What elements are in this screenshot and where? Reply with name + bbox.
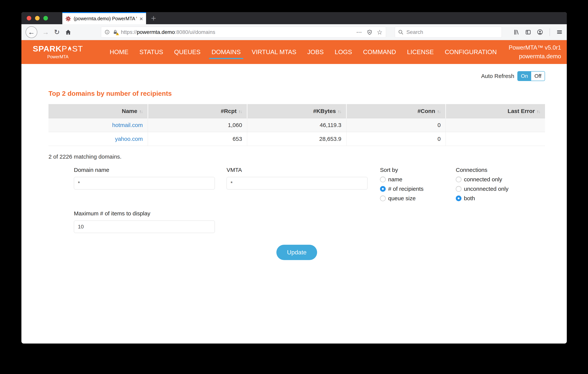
connections-option-connected[interactable]: connected only xyxy=(456,176,535,183)
connections-group: Connections connected only unconnected o… xyxy=(456,167,535,202)
sidebar-button[interactable] xyxy=(525,29,531,35)
browser-window: (powermta.demo) PowerMTA W × + ← → ↻ xyxy=(21,12,567,344)
page-info-icon[interactable] xyxy=(105,30,110,35)
connections-option-unconnected[interactable]: unconnected only xyxy=(456,186,535,192)
server-info: PowerMTA™ v5.0r1 powermta.demo xyxy=(509,43,561,61)
back-button[interactable]: ← xyxy=(26,26,37,38)
kbytes-value: 28,653.9 xyxy=(247,132,346,146)
sort-desc-icon: ↓ xyxy=(538,109,540,114)
nav-item-status[interactable]: STATUS xyxy=(134,45,168,59)
logo-text-spark: SPARK xyxy=(33,45,62,53)
reload-button[interactable]: ↻ xyxy=(54,28,60,36)
domain-link[interactable]: yahoo.com xyxy=(115,136,143,142)
radio-icon[interactable] xyxy=(456,177,462,182)
tab-close-icon[interactable]: × xyxy=(139,16,143,22)
domain-link[interactable]: hotmail.com xyxy=(112,122,143,128)
last-error-value xyxy=(446,132,545,146)
nav-item-domains[interactable]: DOMAINS xyxy=(206,45,246,59)
page-actions-icon[interactable]: ⋯ xyxy=(356,29,362,35)
sort-asc-icon: ↑ xyxy=(537,109,538,114)
domains-table: Name↑↓ #Rcpt↑↓ #KBytes↑↓ #Conn↑↓ Last Er… xyxy=(49,104,545,146)
sort-asc-icon: ↑ xyxy=(139,109,141,114)
radio-icon[interactable] xyxy=(380,195,386,201)
minimize-window-button[interactable] xyxy=(35,16,40,20)
auto-refresh-on-button[interactable]: On xyxy=(518,71,531,81)
insecure-warning-icon xyxy=(116,32,119,35)
sort-asc-icon: ↑ xyxy=(338,109,339,114)
max-items-input[interactable] xyxy=(74,221,215,233)
nav-item-license[interactable]: LICENSE xyxy=(402,45,439,59)
auto-refresh-label: Auto Refresh xyxy=(481,73,514,79)
flame-icon xyxy=(67,45,72,53)
new-tab-button[interactable]: + xyxy=(151,13,156,23)
url-bar[interactable]: https://powermta.demo:8080/ui/domains ⋯ … xyxy=(101,27,386,38)
nav-item-jobs[interactable]: JOBS xyxy=(302,45,329,59)
radio-icon[interactable] xyxy=(380,177,386,182)
vmta-label: VMTA xyxy=(227,167,368,173)
logo-subtitle: PowerMTA xyxy=(47,54,68,60)
last-error-value xyxy=(446,118,545,132)
nav-item-home[interactable]: HOME xyxy=(104,45,134,59)
column-header-name[interactable]: Name↑↓ xyxy=(49,104,148,118)
radio-icon[interactable] xyxy=(456,186,462,192)
tab-title: (powermta.demo) PowerMTA W xyxy=(74,16,137,21)
search-bar[interactable] xyxy=(395,27,502,38)
forward-icon: → xyxy=(42,28,49,36)
max-items-field-group: Maximum # of items to display xyxy=(74,210,215,233)
sort-by-option-name[interactable]: name xyxy=(380,176,446,183)
home-button[interactable] xyxy=(65,29,71,35)
sort-asc-icon: ↑ xyxy=(437,109,439,114)
url-path: :8080/ui/domains xyxy=(175,29,215,35)
connection-security-button[interactable] xyxy=(113,30,118,35)
window-controls xyxy=(21,12,54,24)
browser-toolbar: ← → ↻ xyxy=(21,24,567,40)
close-window-button[interactable] xyxy=(27,16,31,20)
nav-item-configuration[interactable]: CONFIGURATION xyxy=(439,45,502,59)
rcpt-value: 653 xyxy=(148,132,247,146)
forward-button[interactable]: → xyxy=(42,28,49,36)
connections-label: Connections xyxy=(456,167,535,173)
column-header-rcpt[interactable]: #Rcpt↑↓ xyxy=(148,104,247,118)
nav-item-virtual-mtas[interactable]: VIRTUAL MTAS xyxy=(246,45,302,59)
radio-selected-icon[interactable] xyxy=(380,186,386,192)
url-scheme: https:// xyxy=(121,29,137,35)
vmta-input[interactable] xyxy=(227,177,368,190)
nav-item-logs[interactable]: LOGS xyxy=(329,45,358,59)
domain-name-input[interactable] xyxy=(74,177,215,190)
connections-option-both[interactable]: both xyxy=(456,195,535,202)
nav-item-command[interactable]: COMMAND xyxy=(358,45,402,59)
auto-refresh-off-button[interactable]: Off xyxy=(531,71,545,81)
logo-text-st: ST xyxy=(72,45,83,53)
table-row: hotmail.com 1,060 46,119.3 0 xyxy=(49,118,545,132)
browser-tab[interactable]: (powermta.demo) PowerMTA W × xyxy=(62,12,146,24)
sort-by-option-queue-size[interactable]: queue size xyxy=(380,195,446,202)
library-button[interactable] xyxy=(513,29,519,35)
bookmark-star-icon[interactable]: ☆ xyxy=(377,28,382,36)
app-navbar: SPARKPST PowerMTA HOME STATUS QUEUES DOM… xyxy=(21,40,567,64)
conn-value: 0 xyxy=(346,132,446,146)
matching-domains-summary: 2 of 2226 matching domains. xyxy=(49,153,545,160)
column-header-conn[interactable]: #Conn↑↓ xyxy=(346,104,446,118)
page-title: Top 2 domains by number of recipients xyxy=(49,90,545,97)
column-header-kbytes[interactable]: #KBytes↑↓ xyxy=(247,104,346,118)
vmta-field-group: VMTA xyxy=(227,167,368,202)
radio-selected-icon[interactable] xyxy=(456,195,462,201)
url-text[interactable]: https://powermta.demo:8080/ui/domains xyxy=(121,29,215,35)
url-host: powermta.demo xyxy=(137,29,175,35)
column-header-last-error[interactable]: Last Error↑↓ xyxy=(446,104,545,118)
zoom-window-button[interactable] xyxy=(43,16,48,20)
update-button[interactable]: Update xyxy=(276,245,317,260)
account-icon xyxy=(537,29,543,35)
sort-desc-icon: ↓ xyxy=(240,109,242,114)
account-button[interactable] xyxy=(537,29,543,35)
tab-bar: (powermta.demo) PowerMTA W × + xyxy=(21,12,567,24)
nav-item-queues[interactable]: QUEUES xyxy=(168,45,206,59)
max-items-label: Maximum # of items to display xyxy=(74,210,215,217)
sidebar-icon xyxy=(525,29,531,35)
pocket-icon[interactable] xyxy=(367,29,372,35)
sort-asc-icon: ↑ xyxy=(239,109,240,114)
search-icon xyxy=(398,29,404,35)
sort-by-option-recipients[interactable]: # of recipients xyxy=(380,186,446,192)
search-input[interactable] xyxy=(406,29,499,35)
menu-button[interactable] xyxy=(556,29,563,35)
